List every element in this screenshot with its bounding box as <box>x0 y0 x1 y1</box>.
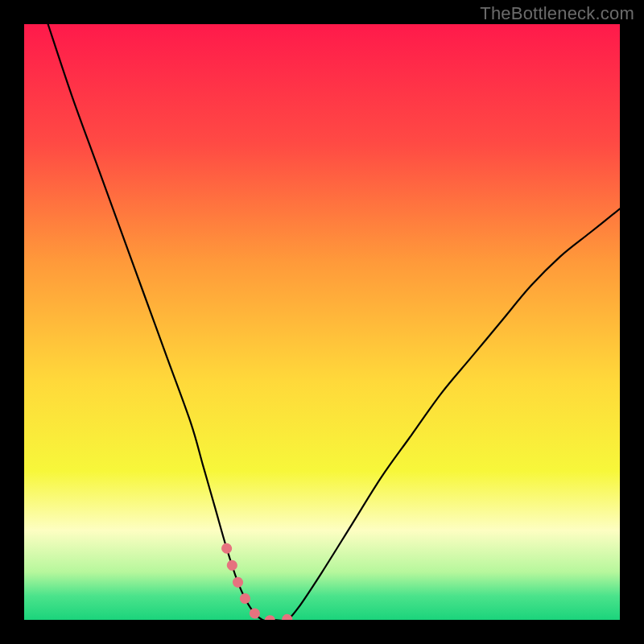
watermark-text: TheBottleneck.com <box>480 3 634 24</box>
chart-curve-layer <box>24 24 620 620</box>
chart-plot-area <box>24 24 620 620</box>
bottleneck-curve <box>48 24 620 620</box>
optimal-range-markers <box>227 548 299 620</box>
